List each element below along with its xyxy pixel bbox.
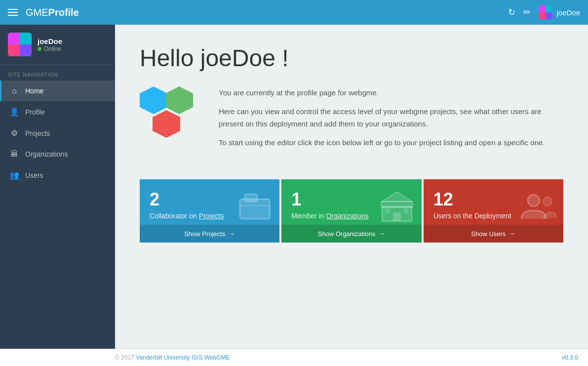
main-content: Hello joeDoe ! You are currently at the … (115, 25, 588, 349)
sidebar-item-projects[interactable]: ⚙ Projects (0, 122, 115, 144)
stat-card-organizations: 1 Member in Organizations (281, 179, 421, 243)
edit-icon[interactable] (523, 7, 531, 18)
show-organizations-label: Show Organizations (318, 230, 375, 238)
svg-rect-10 (393, 212, 401, 221)
home-icon: ⌂ (9, 86, 19, 95)
sidebar-item-label-home: Home (25, 87, 43, 95)
svg-rect-12 (404, 208, 409, 213)
stat-projects-info: 2 Collaborator on Projects (150, 189, 224, 220)
page-footer: © 2017 Vanderbilt University ISIS WebGME… (0, 349, 588, 366)
show-projects-button[interactable]: Show Projects (140, 225, 279, 243)
sidebar-nav: Site Navigation ⌂ Home 👤 Profile ⚙ Proje… (0, 65, 115, 349)
sidebar-username: joeDoe (38, 37, 62, 45)
stat-users-number: 12 (433, 189, 511, 210)
greeting-title: Hello joeDoe ! (140, 44, 563, 72)
footer-version: v0.3.0 (562, 354, 578, 361)
sidebar-section-label: Site Navigation (0, 65, 115, 81)
intro-text: You are currently at the profile page fo… (219, 86, 563, 155)
hex-green (165, 86, 193, 114)
svg-rect-3 (546, 12, 552, 19)
svg-rect-5 (245, 194, 257, 202)
projects-icon: ⚙ (9, 128, 19, 138)
sidebar-item-users[interactable]: 👥 Users (0, 164, 115, 186)
footer-copyright-text: © 2017 (115, 354, 134, 361)
svg-rect-11 (385, 208, 390, 213)
navbar-right: joeDoe (508, 5, 580, 19)
sidebar-avatar (8, 33, 32, 56)
stat-users-info: 12 Users on the Deployment (433, 189, 511, 220)
navbar-avatar (539, 5, 552, 19)
stat-orgs-link: Organizations (326, 212, 368, 220)
intro-line-1: You are currently at the profile page fo… (219, 86, 563, 99)
stat-projects-link: Projects (199, 212, 224, 220)
sidebar-item-label-projects: Projects (25, 129, 50, 137)
stat-users-label: Users on the Deployment (433, 212, 511, 220)
stat-orgs-number: 1 (291, 189, 368, 210)
footer-copyright: © 2017 Vanderbilt University ISIS WebGME (115, 354, 230, 361)
show-users-button[interactable]: Show Users (424, 225, 563, 243)
hexagons-logo (140, 86, 204, 151)
navbar: GMEProfile joeDoe (0, 0, 588, 25)
user-menu[interactable]: joeDoe (539, 5, 580, 19)
sidebar-status: Online (38, 45, 62, 52)
intro-line-2: Here can you view and control the access… (219, 105, 563, 130)
stat-card-users-top: 12 Users on the Deployment (424, 179, 563, 225)
svg-marker-9 (382, 192, 412, 202)
sidebar: joeDoe Online Site Navigation ⌂ Home 👤 P… (0, 25, 115, 349)
arrow-icon (228, 230, 235, 238)
organizations-icon: 🏛 (9, 150, 19, 159)
brand-gme: GME (26, 7, 48, 18)
svg-rect-0 (539, 5, 546, 12)
stat-card-projects: 2 Collaborator on Projects Show Projects (140, 179, 279, 243)
sidebar-item-home[interactable]: ⌂ Home (0, 81, 115, 101)
sidebar-user-section: joeDoe Online (0, 25, 115, 65)
hamburger-button[interactable] (8, 9, 18, 16)
status-label: Online (44, 45, 61, 52)
sidebar-item-label-profile: Profile (25, 108, 45, 116)
stat-projects-label: Collaborator on Projects (150, 212, 224, 220)
sidebar-user-info: joeDoe Online (38, 37, 62, 52)
stat-card-users: 12 Users on the Deployment Show Users (424, 179, 563, 243)
stat-card-organizations-top: 1 Member in Organizations (281, 179, 421, 225)
footer-link[interactable]: Vanderbilt University ISIS WebGME (136, 354, 230, 361)
refresh-icon[interactable] (508, 7, 515, 18)
profile-icon: 👤 (9, 107, 19, 117)
svg-point-14 (543, 197, 552, 206)
svg-rect-7 (382, 206, 412, 221)
arrow-icon-orgs (378, 230, 385, 238)
svg-point-13 (528, 195, 540, 206)
app-brand: GMEProfile (26, 7, 79, 18)
main-layout: joeDoe Online Site Navigation ⌂ Home 👤 P… (0, 25, 588, 349)
stat-card-projects-top: 2 Collaborator on Projects (140, 179, 279, 225)
brand-profile: Profile (48, 7, 79, 18)
svg-rect-1 (546, 5, 552, 12)
stat-projects-number: 2 (150, 189, 224, 210)
stats-row: 2 Collaborator on Projects Show Projects (140, 179, 563, 243)
sidebar-item-label-users: Users (25, 171, 43, 179)
sidebar-item-profile[interactable]: 👤 Profile (0, 101, 115, 122)
status-dot (38, 47, 41, 51)
show-projects-label: Show Projects (184, 230, 225, 238)
svg-rect-8 (381, 202, 413, 207)
navbar-left: GMEProfile (8, 7, 79, 18)
svg-rect-2 (539, 12, 546, 19)
svg-rect-4 (240, 199, 270, 219)
hex-blue (140, 86, 167, 114)
show-organizations-button[interactable]: Show Organizations (281, 225, 421, 243)
sidebar-item-organizations[interactable]: 🏛 Organizations (0, 144, 115, 164)
stat-orgs-info: 1 Member in Organizations (291, 189, 368, 220)
stat-orgs-label: Member in Organizations (291, 212, 368, 220)
show-users-label: Show Users (471, 230, 506, 238)
arrow-icon-users (509, 230, 515, 238)
intro-section: You are currently at the profile page fo… (140, 86, 563, 155)
hex-red (153, 110, 180, 138)
navbar-username: joeDoe (556, 8, 580, 17)
users-icon: 👥 (9, 170, 19, 180)
intro-line-3: To start using the editor click the icon… (219, 136, 563, 149)
sidebar-item-label-organizations: Organizations (25, 150, 68, 158)
